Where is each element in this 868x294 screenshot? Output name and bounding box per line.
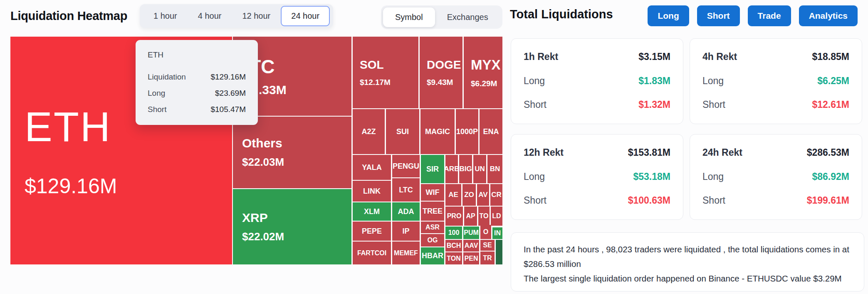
treemap-cell-se[interactable]: SE [480, 240, 495, 251]
card-short-row: Short $12.61M [702, 99, 849, 110]
treemap-cell-to[interactable]: TO [478, 207, 490, 226]
tooltip-label: Short [148, 105, 166, 114]
treemap-cell-value: $129.16M [25, 174, 117, 198]
treemap-cell-cr[interactable]: CR [490, 184, 502, 206]
treemap-cell-label: TREE [423, 207, 443, 216]
treemap-cell-doge[interactable]: DOGE$9.43M [420, 37, 462, 108]
tooltip-label: Liquidation [148, 72, 186, 82]
card-long-row: Long $86.92M [702, 171, 849, 182]
card-title: 24h Rekt [702, 147, 742, 158]
treemap-cell-zo[interactable]: ZO [462, 184, 476, 206]
treemap-cell-pro[interactable]: PRO [445, 207, 463, 226]
card-title: 1h Rekt [524, 51, 558, 62]
tooltip-value: $23.69M [215, 89, 246, 98]
treemap-cell-others[interactable]: Others$22.03M [233, 117, 351, 188]
card-short-label: Short [524, 195, 547, 206]
treemap-cell-ap[interactable]: AP [464, 207, 477, 226]
treemap-cell-label: PUM [464, 229, 479, 237]
treemap-cell-fartcoi[interactable]: FARTCOI [353, 242, 391, 264]
treemap-cell-unlabeled[interactable] [496, 240, 502, 264]
card-long-label: Long [702, 75, 724, 87]
treemap-cell-sir[interactable]: SIR [421, 155, 444, 183]
treemap-cell-label: BIG [459, 165, 472, 173]
trade-button[interactable]: Trade [748, 5, 791, 26]
summary-panel: In the past 24 hours , 98,023 traders we… [511, 232, 864, 292]
treemap-cell-ip[interactable]: IP [392, 222, 420, 241]
card-title-row: 24h Rekt $286.53M [702, 147, 849, 158]
treemap-cell-bn[interactable]: BN [487, 155, 502, 183]
treemap-cell-og[interactable]: OG [421, 234, 444, 247]
treemap-cell-wif[interactable]: WIF [421, 184, 444, 201]
treemap-cell-memef[interactable]: MEMEF [392, 242, 420, 264]
treemap-cell-ada[interactable]: ADA [392, 202, 420, 221]
treemap-cell-tree[interactable]: TREE [421, 202, 444, 221]
card-total: $153.81M [628, 147, 670, 158]
card-short-row: Short $1.32M [524, 99, 670, 110]
analytics-button[interactable]: Analytics [799, 5, 858, 26]
treemap-cell-ena[interactable]: ENA [480, 109, 502, 154]
card-short-value: $199.61M [807, 195, 849, 206]
treemap-cell-pen[interactable]: PEN [463, 252, 479, 264]
summary-line-2: The largest single liquidation order hap… [524, 272, 851, 286]
treemap-cell-in[interactable]: IN [492, 227, 502, 239]
treemap-cell-label: AP [466, 212, 475, 220]
treemap-cell-1000p[interactable]: 1000P [456, 109, 478, 154]
treemap-cell-label: TON [447, 255, 460, 262]
card-long-label: Long [524, 171, 545, 182]
treemap-cell-label: OG [428, 237, 438, 244]
treemap-cell-label: BN [490, 165, 500, 173]
card-title: 12h Rekt [524, 147, 564, 158]
treemap-cell-label: O [483, 228, 488, 236]
treemap-cell-pum[interactable]: PUM [463, 227, 479, 239]
treemap-cell-asr[interactable]: ASR [421, 222, 444, 233]
treemap-cell-value: $6.29M [471, 79, 497, 88]
tooltip-symbol: ETH [148, 50, 246, 60]
treemap-cell-hbar[interactable]: HBAR [421, 247, 444, 264]
card-short-row: Short $100.63M [524, 195, 670, 206]
treemap-cell-arb[interactable]: ARB [445, 155, 458, 183]
treemap-cell-label: LD [492, 212, 501, 220]
card-short-label: Short [702, 99, 725, 110]
treemap-cell-yala[interactable]: YALA [353, 155, 391, 180]
treemap-cell-bch[interactable]: BCH [445, 240, 462, 252]
treemap-cell-tr[interactable]: TR [480, 252, 495, 264]
treemap-cell-label: ZO [464, 191, 474, 199]
treemap-cell-label: PEN [465, 255, 478, 262]
treemap-cell-av[interactable]: AV [477, 184, 489, 206]
treemap-cell-100[interactable]: 100 [445, 227, 462, 239]
treemap-cell-pengu[interactable]: PENGU [392, 155, 420, 177]
treemap-cell-label: LTC [399, 186, 413, 194]
treemap-cell-big[interactable]: BIG [459, 155, 472, 183]
tooltip-row-liquidation: Liquidation $129.16M [148, 72, 246, 82]
treemap-cell-label: ADA [398, 207, 414, 216]
treemap-cell-xlm[interactable]: XLM [353, 202, 391, 221]
treemap-cell-link[interactable]: LINK [353, 181, 391, 202]
treemap-cell-sol[interactable]: SOL$12.17M [353, 37, 418, 108]
treemap-cell-o[interactable]: O [480, 225, 491, 239]
treemap-cell-a2z[interactable]: A2Z [353, 109, 385, 154]
treemap-cell-label: SE [483, 242, 492, 249]
tooltip-value: $129.16M [210, 72, 246, 82]
tooltip-label: Long [148, 89, 165, 98]
rekt-cards-grid: 1h Rekt $3.15M Long $1.83M Short $1.32M … [511, 38, 862, 220]
long-button[interactable]: Long [648, 5, 689, 26]
card-long-value: $53.18M [633, 171, 670, 182]
treemap-cell-xrp[interactable]: XRP$22.02M [233, 189, 351, 264]
treemap-cell-ton[interactable]: TON [445, 252, 462, 264]
treemap-cell-label: SOL [360, 58, 384, 72]
treemap-cell-aav[interactable]: AAV [463, 240, 479, 252]
treemap-cell-label: 100 [448, 229, 460, 237]
treemap-cell-label: LINK [363, 187, 381, 196]
short-button[interactable]: Short [697, 5, 740, 26]
treemap-cell-myx[interactable]: MYX$6.29M [464, 37, 502, 108]
treemap-cell-ld[interactable]: LD [491, 207, 502, 226]
treemap-cell-label: SIR [426, 165, 439, 174]
treemap-cell-un[interactable]: UN [473, 155, 486, 183]
treemap-cell-ae[interactable]: AE [445, 184, 461, 206]
treemap-cell-magic[interactable]: MAGIC [420, 109, 455, 154]
treemap-cell-ltc[interactable]: LTC [392, 178, 420, 202]
treemap-cell-sui[interactable]: SUI [386, 109, 419, 154]
treemap-cell-label: 1000P [456, 127, 478, 136]
treemap-cell-pepe[interactable]: PEPE [353, 222, 391, 241]
treemap-cell-label: ETH [25, 103, 111, 151]
